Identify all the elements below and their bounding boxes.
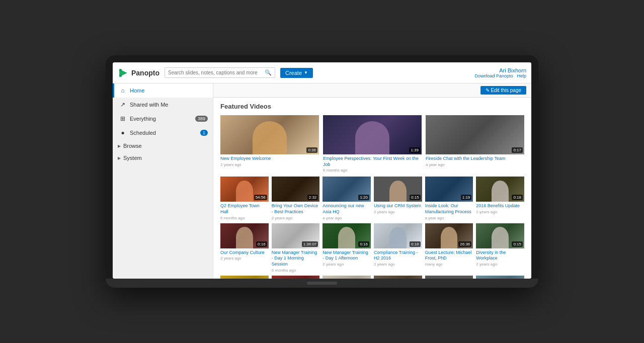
video-card-r4-3[interactable]: 3:11: [374, 276, 422, 279]
topbar-links: Download Panopto Help: [474, 73, 526, 78]
video-duration: 1:20: [358, 195, 369, 200]
video-duration: 0:16: [410, 241, 421, 247]
video-thumbnail: 1:19: [425, 177, 473, 202]
video-title[interactable]: Our Company Culture: [220, 250, 269, 256]
help-link[interactable]: Help: [517, 73, 526, 78]
video-card-r2-1[interactable]: 2:32 Bring Your Own Device - Best Practi…: [272, 177, 320, 220]
video-thumbnail: 1:20: [323, 177, 371, 202]
video-age: 2 years ago: [220, 256, 269, 261]
chevron-right-icon: ▶: [118, 144, 121, 148]
video-age: a year ago: [426, 162, 524, 167]
video-age: a year ago: [323, 216, 371, 220]
video-title[interactable]: Guest Lecture: Michael Frost, PhD: [425, 250, 473, 262]
video-duration: 1:39: [409, 147, 420, 153]
home-icon: ⌂: [119, 87, 126, 94]
video-thumbnail: 0:17: [426, 115, 524, 154]
video-card-r3-5[interactable]: 0:15 Diversity in the Workplace 2 years …: [476, 223, 524, 273]
svg-rect-1: [119, 69, 122, 71]
video-duration: 1:19: [461, 195, 472, 200]
logo: Panopto: [118, 67, 159, 78]
video-grid-row3: 0:16 Our Company Culture 2 years ago 1:3…: [220, 223, 524, 273]
video-title[interactable]: 2016 Benefits Update: [476, 203, 524, 209]
video-title[interactable]: Using our CRM System: [374, 203, 422, 209]
video-thumbnail: 3:51: [425, 276, 473, 279]
video-card-r2-4[interactable]: 1:19 Inside Look: Our Manufacturing Proc…: [425, 177, 473, 220]
scheduled-count: 1: [200, 130, 208, 136]
content-inner: Featured Videos 0:36 New Employ: [213, 98, 531, 279]
search-box[interactable]: 🔍: [165, 67, 275, 78]
video-card-r2-5[interactable]: 0:18 2016 Benefits Update 2 years ago: [476, 177, 524, 220]
video-thumbnail: 3:11: [374, 276, 422, 279]
video-card-r4-2[interactable]: 0:15: [323, 276, 371, 279]
search-input[interactable]: [168, 70, 265, 75]
edit-page-button[interactable]: ✎ Edit this page: [480, 86, 526, 95]
video-age: 2 years ago: [374, 262, 422, 267]
video-card-r3-1[interactable]: 1:36:07 New Manager Training - Day 1 Mor…: [272, 223, 320, 273]
section-title: Featured Videos: [220, 103, 524, 110]
video-card-r3-0[interactable]: 0:16 Our Company Culture 2 years ago: [220, 223, 269, 273]
share-icon: ↗: [119, 101, 126, 108]
video-card-r3-4[interactable]: 26:36 Guest Lecture: Michael Frost, PhD …: [425, 223, 473, 273]
video-card-featured-1[interactable]: 1:39 Employee Perspectives: Your First W…: [323, 115, 422, 173]
video-title[interactable]: Q2 Employee Town Hall: [220, 203, 269, 215]
video-thumbnail: 0:18: [476, 177, 524, 202]
video-card-r4-0[interactable]: 0:13: [220, 276, 269, 279]
video-thumbnail: 0:16: [220, 223, 269, 248]
download-link[interactable]: Download Panopto: [474, 73, 513, 78]
video-title[interactable]: New Manager Training - Day 1 Afternoon: [323, 250, 371, 262]
video-age: a year ago: [425, 216, 473, 220]
video-thumbnail: 0:15: [476, 223, 524, 248]
video-duration: 0:17: [512, 147, 523, 153]
sidebar-item-shared[interactable]: ↗ Shared with Me: [113, 98, 213, 112]
everything-count: 389: [195, 116, 208, 122]
video-title[interactable]: New Manager Training - Day 1 Morning Ses…: [272, 250, 320, 268]
video-card-featured-2[interactable]: 0:17 Fireside Chat with the Leadership T…: [426, 115, 524, 173]
grid-icon: ⊞: [119, 115, 126, 122]
video-thumbnail: 3:17: [476, 276, 524, 279]
create-button[interactable]: Create ▼: [280, 68, 313, 78]
video-age: 6 months ago: [220, 216, 269, 220]
video-card-r2-0[interactable]: 54:56 Q2 Employee Town Hall 6 months ago: [220, 177, 269, 220]
video-thumbnail: 1:39: [323, 115, 422, 154]
video-thumbnail: 2:32: [272, 177, 320, 202]
sidebar-item-scheduled[interactable]: ● Scheduled 1: [113, 126, 213, 140]
video-title[interactable]: New Employee Welcome: [220, 156, 319, 162]
video-duration: 0:15: [410, 195, 421, 200]
sidebar-item-system[interactable]: ▶ System: [113, 152, 213, 164]
video-title[interactable]: Announcing our new Asia HQ: [323, 203, 371, 215]
video-title[interactable]: Inside Look: Our Manufacturing Process: [425, 203, 473, 215]
video-thumbnail: 26:36: [425, 223, 473, 248]
video-card-r2-2[interactable]: 1:20 Announcing our new Asia HQ a year a…: [323, 177, 371, 220]
video-card-r4-4[interactable]: 3:51: [425, 276, 473, 279]
video-title[interactable]: Bring Your Own Device - Best Practices: [272, 203, 320, 215]
video-card-r2-3[interactable]: 0:15 Using our CRM System 2 years ago: [374, 177, 422, 220]
video-duration: 0:16: [358, 241, 369, 247]
sidebar-item-home[interactable]: ⌂ Home: [113, 83, 213, 98]
video-card-r3-2[interactable]: 0:16 New Manager Training - Day 1 Aftern…: [323, 223, 371, 273]
video-title[interactable]: Employee Perspectives: Your First Week o…: [323, 156, 422, 167]
logo-text: Panopto: [131, 69, 159, 77]
featured-video-grid: 0:36 New Employee Welcome 2 years ago: [220, 115, 524, 173]
video-title[interactable]: Fireside Chat with the Leadership Team: [426, 156, 524, 162]
video-thumbnail: 54:56: [220, 177, 269, 202]
video-age: 2 years ago: [374, 210, 422, 214]
video-age: 6 months ago: [323, 168, 422, 173]
video-age: 6 months ago: [272, 268, 320, 273]
video-title[interactable]: Compliance Training - H2 2016: [374, 250, 422, 262]
sidebar-item-browse[interactable]: ▶ Browse: [113, 140, 213, 152]
video-duration: 54:56: [254, 195, 267, 200]
video-duration: 0:15: [512, 241, 523, 247]
video-duration: 2:32: [307, 195, 318, 200]
video-card-r4-5[interactable]: 3:17: [476, 276, 524, 279]
user-name[interactable]: Ari Bixhorn: [499, 67, 526, 73]
video-card-r4-1[interactable]: 0:20: [272, 276, 320, 279]
chevron-right-icon-2: ▶: [118, 156, 121, 160]
video-title[interactable]: Diversity in the Workplace: [476, 250, 524, 262]
video-card-featured-0[interactable]: 0:36 New Employee Welcome 2 years ago: [220, 115, 319, 173]
search-icon[interactable]: 🔍: [265, 69, 272, 76]
video-thumbnail: 0:36: [220, 115, 319, 154]
sidebar-item-everything[interactable]: ⊞ Everything 389: [113, 112, 213, 126]
panopto-logo-icon: [118, 67, 129, 78]
svg-rect-2: [119, 74, 122, 77]
video-card-r3-3[interactable]: 0:16 Compliance Training - H2 2016 2 yea…: [374, 223, 422, 273]
